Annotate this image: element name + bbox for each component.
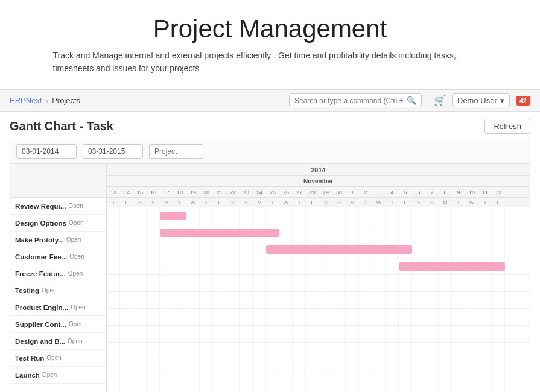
chart-cell (240, 326, 253, 342)
task-list-row[interactable]: Test Run Open (10, 350, 106, 367)
chart-cell (133, 292, 147, 308)
chart-cell (120, 207, 133, 224)
breadcrumb: ERPNext › Projects (10, 96, 80, 106)
chart-cell (465, 376, 478, 392)
day-cell: 7 (425, 189, 439, 195)
task-list-row[interactable]: Customer Fee... Open (10, 248, 106, 265)
chart-row (107, 326, 530, 343)
cart-icon: 🛒 (434, 95, 446, 106)
chart-cell (147, 326, 160, 342)
chart-cell (133, 224, 147, 241)
filter-start-date[interactable] (16, 144, 77, 159)
chart-cell (279, 275, 293, 291)
search-input[interactable] (294, 96, 403, 105)
gantt-bar[interactable] (160, 212, 186, 220)
search-bar[interactable]: 🔍 (289, 93, 422, 107)
task-list-row[interactable]: Testing Open (10, 282, 106, 299)
chart-cell (319, 275, 332, 291)
task-status: Open (42, 287, 56, 294)
chart-cell (279, 207, 293, 224)
notification-badge[interactable]: 42 (516, 96, 530, 106)
chart-cell (359, 275, 372, 291)
chart-cell (266, 326, 279, 342)
chart-cell (240, 376, 253, 392)
filter-project[interactable] (149, 144, 203, 159)
task-list-row[interactable]: Freeze Featur... Open (10, 265, 106, 282)
chart-cell (200, 359, 213, 376)
chart-cell (279, 292, 293, 308)
chart-cell (425, 376, 439, 392)
chart-cell (133, 275, 147, 291)
chart-cell (226, 241, 240, 258)
refresh-button[interactable]: Refresh (484, 119, 530, 134)
task-list-row[interactable]: Design Options Open (10, 215, 106, 232)
chart-cell (452, 343, 465, 359)
breadcrumb-root[interactable]: ERPNext (10, 96, 42, 105)
chart-cell (439, 376, 452, 392)
chart-cell (492, 343, 505, 359)
dow-cell: T (386, 200, 399, 206)
chart-cell (359, 292, 372, 308)
page-title: Project Management (24, 14, 516, 43)
task-list-row[interactable]: Make Prototy... Open (10, 232, 106, 248)
chart-cell (465, 207, 478, 224)
chart-cell (452, 275, 465, 291)
demo-user-button[interactable]: Demo User ▾ (452, 93, 510, 107)
chart-cell (186, 258, 200, 274)
chart-cell (439, 207, 452, 224)
dow-cell: F (306, 200, 319, 206)
main-area: Gantt Chart - Task Refresh Review Requi.… (0, 112, 540, 392)
chart-cell (147, 309, 160, 325)
chart-cell (147, 275, 160, 291)
task-status: Open (69, 253, 84, 260)
chart-cell (319, 359, 332, 376)
task-list-header (10, 164, 106, 198)
chart-cell (120, 326, 133, 342)
chart-cell (107, 292, 120, 308)
chart-cell (439, 326, 452, 342)
day-cell: 22 (226, 189, 240, 195)
chart-cell (186, 241, 200, 258)
dow-cell: S (332, 200, 346, 206)
task-list-row[interactable]: Design and B... Open (10, 333, 106, 350)
dow-cell: M (253, 200, 266, 206)
chart-cell (160, 376, 173, 392)
chart-cell (160, 326, 173, 342)
task-list-row[interactable]: Product Engin... Open (10, 299, 106, 316)
gantt-bar[interactable] (266, 245, 412, 254)
filter-row (10, 139, 530, 164)
chart-cell (279, 224, 293, 241)
chart-cell (372, 343, 386, 359)
gantt-bar[interactable] (399, 262, 505, 271)
chart-cell (478, 359, 492, 376)
chart-cell (186, 309, 200, 325)
task-rows-container: Review Requi... Open Design Options Open… (10, 198, 106, 384)
task-list-row[interactable]: Launch Open (10, 367, 106, 384)
dow-cell: M (346, 200, 359, 206)
dow-header: TFSSMTWTFSSMTWTFSSMTWTFSSMTWTF (107, 198, 530, 207)
chart-cell (399, 359, 412, 376)
gantt-bar[interactable] (160, 229, 279, 237)
chart-cell (226, 258, 240, 274)
chart-cell (372, 275, 386, 291)
chart-cell (439, 275, 452, 291)
dow-cell: S (240, 200, 253, 206)
chart-cell (372, 292, 386, 308)
chart-cell (293, 359, 306, 376)
chart-cell (120, 359, 133, 376)
chart-cell (213, 343, 226, 359)
chart-cell (240, 359, 253, 376)
chart-cell (306, 376, 319, 392)
chart-cell (120, 241, 133, 258)
day-cell: 8 (439, 189, 452, 195)
day-cell: 15 (133, 189, 147, 195)
chart-cell (147, 258, 160, 274)
task-list-row[interactable]: Supplier Cont... Open (10, 316, 106, 333)
chart-cell (346, 343, 359, 359)
filter-end-date[interactable] (83, 144, 143, 159)
chart-cell (160, 275, 173, 291)
day-cell: 21 (213, 189, 226, 195)
day-cell: 20 (200, 189, 213, 195)
task-list-row[interactable]: Review Requi... Open (10, 198, 106, 215)
chart-cell (107, 224, 120, 241)
